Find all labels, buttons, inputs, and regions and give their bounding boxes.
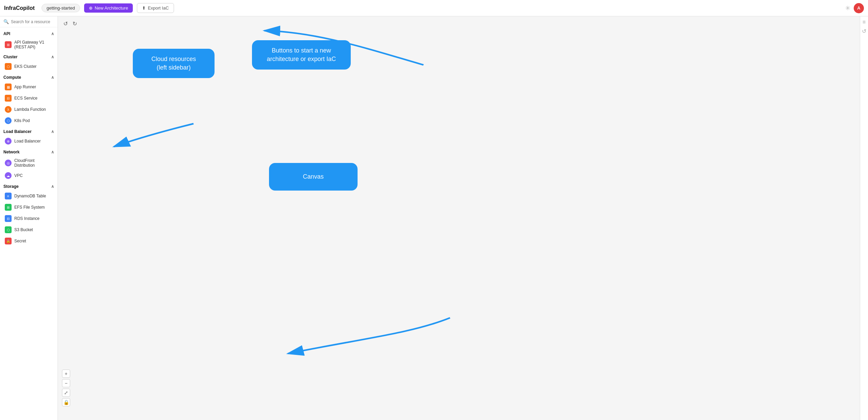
secret-label: Secret: [14, 239, 26, 243]
undo-button[interactable]: ↺: [62, 20, 69, 28]
panel-menu-icon[interactable]: ≡: [863, 19, 866, 25]
lb-icon: ⊕: [5, 138, 12, 145]
main-area: 🔍 API ∧ ⊞ API Gateway V1 (REST API) Clus…: [0, 16, 868, 420]
efs-icon: ⊞: [5, 204, 12, 211]
lambda-label: Lambda Function: [14, 107, 46, 112]
sidebar-item-cloudfront[interactable]: ◎ CloudFront Distribution: [1, 156, 56, 170]
panel-history-icon[interactable]: ↺: [862, 28, 866, 34]
bubble-buttons: Buttons to start a newarchitecture or ex…: [252, 40, 351, 70]
canvas-toolbar: ↺ ↻: [62, 20, 78, 28]
section-lb-label: Load Balancer: [3, 129, 32, 134]
cloudfront-label: CloudFront Distribution: [14, 158, 53, 168]
sidebar-item-load-balancer[interactable]: ⊕ Load Balancer: [1, 136, 56, 147]
bubble-sidebar: Cloud resources(left sidebar): [133, 49, 215, 78]
section-api: API ∧: [0, 29, 58, 38]
active-tab[interactable]: getting-started: [42, 4, 80, 12]
bubble-canvas: Canvas: [269, 163, 358, 191]
theme-icon[interactable]: ✳: [845, 4, 850, 12]
search-input[interactable]: [11, 19, 54, 24]
s3-label: S3 Bucket: [14, 227, 33, 232]
app-logo: InfraCopilot: [4, 5, 35, 11]
api-gateway-icon: ⊞: [5, 41, 12, 48]
bubble-sidebar-text: Cloud resources(left sidebar): [151, 56, 196, 71]
sidebar-item-lambda[interactable]: λ Lambda Function: [1, 104, 56, 115]
sidebar-item-ecs-service[interactable]: ⊟ ECS Service: [1, 93, 56, 104]
ecs-service-label: ECS Service: [14, 96, 37, 101]
rds-icon: ⊟: [5, 215, 12, 222]
ecs-service-icon: ⊟: [5, 95, 12, 102]
sidebar-item-efs[interactable]: ⊞ EFS File System: [1, 202, 56, 213]
section-network-label: Network: [3, 150, 19, 154]
zoom-out-button[interactable]: −: [62, 379, 70, 387]
section-network: Network ∧: [0, 147, 58, 156]
secret-icon: 🔒: [5, 238, 12, 244]
zoom-controls: + − ⤢ 🔒: [62, 370, 70, 406]
section-cluster: Cluster ∧: [0, 52, 58, 61]
chevron-api[interactable]: ∧: [51, 31, 54, 36]
app-runner-label: App Runner: [14, 85, 36, 89]
section-storage: Storage ∧: [0, 181, 58, 190]
k8s-pod-icon: ⬡: [5, 117, 12, 124]
redo-button[interactable]: ↻: [71, 20, 78, 28]
sidebar-item-s3[interactable]: ⬡ S3 Bucket: [1, 224, 56, 235]
vpc-label: VPC: [14, 173, 23, 178]
lambda-icon: λ: [5, 106, 12, 113]
s3-icon: ⬡: [5, 226, 12, 233]
efs-label: EFS File System: [14, 205, 45, 210]
sidebar-item-eks-cluster[interactable]: ⬡ EKS Cluster: [1, 61, 56, 72]
rds-label: RDS Instance: [14, 216, 40, 221]
chevron-network[interactable]: ∧: [51, 150, 54, 154]
avatar[interactable]: A: [854, 3, 864, 13]
sidebar-item-app-runner[interactable]: ▦ App Runner: [1, 81, 56, 92]
canvas-area[interactable]: ↺ ↻ Cloud resources(left sidebar) Button…: [58, 16, 860, 420]
sidebar-item-k8s-pod[interactable]: ⬡ K8s Pod: [1, 115, 56, 126]
sidebar-item-dynamodb[interactable]: ≡ DynamoDB Table: [1, 191, 56, 201]
zoom-in-button[interactable]: +: [62, 370, 70, 378]
chevron-cluster[interactable]: ∧: [51, 55, 54, 59]
dynamodb-label: DynamoDB Table: [14, 194, 46, 198]
vpc-icon: ☁: [5, 172, 12, 179]
section-storage-label: Storage: [3, 184, 19, 189]
app-runner-icon: ▦: [5, 84, 12, 90]
sidebar: 🔍 API ∧ ⊞ API Gateway V1 (REST API) Clus…: [0, 16, 58, 420]
cloudfront-icon: ◎: [5, 160, 12, 166]
right-panel: ≡ ↺: [860, 16, 868, 420]
section-cluster-label: Cluster: [3, 55, 17, 59]
chevron-storage[interactable]: ∧: [51, 184, 54, 189]
export-icon: ⬆: [142, 5, 146, 11]
search-bar: 🔍: [0, 16, 58, 27]
plus-icon: ⊕: [89, 5, 93, 11]
sidebar-item-api-gateway[interactable]: ⊞ API Gateway V1 (REST API): [1, 38, 56, 51]
section-compute-label: Compute: [3, 75, 21, 80]
bubble-canvas-text: Canvas: [303, 173, 323, 180]
section-api-label: API: [3, 31, 10, 36]
eks-cluster-icon: ⬡: [5, 63, 12, 70]
search-icon: 🔍: [3, 19, 9, 24]
api-gateway-label: API Gateway V1 (REST API): [14, 40, 53, 49]
section-load-balancer: Load Balancer ∧: [0, 126, 58, 135]
sidebar-item-secret[interactable]: 🔒 Secret: [1, 236, 56, 246]
eks-cluster-label: EKS Cluster: [14, 64, 36, 69]
fit-view-button[interactable]: ⤢: [62, 389, 70, 397]
sidebar-item-vpc[interactable]: ☁ VPC: [1, 170, 56, 181]
bubble-buttons-text: Buttons to start a newarchitecture or ex…: [267, 47, 336, 62]
export-iac-button[interactable]: ⬆ Export IaC: [137, 3, 174, 13]
chevron-compute[interactable]: ∧: [51, 75, 54, 80]
lb-label: Load Balancer: [14, 139, 41, 144]
chevron-lb[interactable]: ∧: [51, 129, 54, 134]
topbar: InfraCopilot getting-started ⊕ New Archi…: [0, 0, 868, 16]
new-architecture-button[interactable]: ⊕ New Architecture: [84, 3, 133, 13]
k8s-pod-label: K8s Pod: [14, 118, 30, 123]
topbar-right: ✳ A: [845, 3, 864, 13]
lock-button[interactable]: 🔒: [62, 398, 70, 406]
dynamodb-icon: ≡: [5, 193, 12, 199]
section-compute: Compute ∧: [0, 72, 58, 81]
sidebar-item-rds[interactable]: ⊟ RDS Instance: [1, 213, 56, 224]
